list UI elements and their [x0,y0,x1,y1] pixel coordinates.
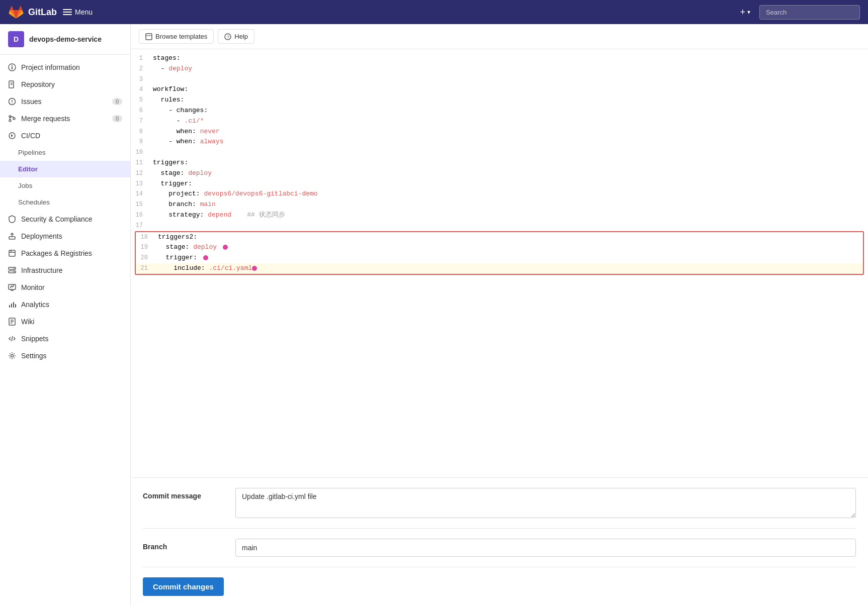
template-icon [145,33,152,40]
svg-rect-4 [12,67,13,69]
search-input[interactable] [759,5,860,20]
sidebar-item-settings[interactable]: Settings [0,347,130,364]
code-line-6: 6 - changes: [131,106,868,116]
sidebar-item-merge-requests[interactable]: Merge requests 0 [0,110,130,127]
code-line-14: 14 project: devops6/devops6-gitlabci-dem… [131,189,868,199]
sidebar-item-deployments[interactable]: Deployments [0,228,130,245]
monitor-icon [8,283,16,291]
code-line-10: 10 [131,147,868,158]
code-line-5: 5 rules: [131,95,868,106]
svg-text:?: ? [227,35,229,40]
browse-templates-button[interactable]: Browse templates [139,29,214,44]
branch-label: Branch [143,539,223,551]
sidebar-item-repository[interactable]: Repository [0,76,130,93]
branch-input[interactable] [235,539,856,557]
commit-message-label: Commit message [143,488,223,500]
issues-badge: 0 [112,98,122,105]
code-line-2: 2 - deploy [131,64,868,74]
cursor-dot-3 [252,266,257,271]
code-line-7: 7 - .ci/* [131,116,868,127]
wiki-icon [8,318,16,326]
code-line-9: 9 - when: always [131,137,868,147]
svg-point-34 [11,355,14,357]
cicd-icon [8,132,16,140]
form-divider-2 [143,567,856,567]
highlighted-code-block: 18 triggers2: 19 stage: deploy 20 trigge… [135,231,864,275]
sidebar-item-jobs[interactable]: Jobs [0,177,130,194]
merge-icon [8,115,16,123]
issues-icon [8,97,16,106]
code-editor[interactable]: 1 stages: 2 - deploy 3 4 workflow: 5 r [131,49,868,478]
branch-row: Branch [143,539,856,557]
code-line-18: 18 triggers2: [136,232,863,243]
project-avatar: D [8,31,24,47]
packages-icon [8,249,16,257]
gitlab-logo-icon [8,4,24,20]
sidebar-item-wiki[interactable]: Wiki [0,313,130,330]
sidebar-item-security[interactable]: Security & Compliance [0,211,130,228]
commit-form: Commit message Update .gitlab-ci.yml fil… [131,478,868,606]
analytics-icon [8,300,16,309]
new-item-button[interactable]: + ▾ [736,5,754,20]
code-line-1: 1 stages: [131,53,868,64]
help-button[interactable]: ? Help [218,29,254,44]
code-line-19: 19 stage: deploy [136,242,863,253]
code-line-21: 21 include: .ci/ci.yaml [136,263,863,274]
code-line-3: 3 [131,74,868,85]
svg-point-11 [12,103,13,104]
sidebar-item-schedules[interactable]: Schedules [0,194,130,211]
sidebar-item-infrastructure[interactable]: Infrastructure [0,262,130,279]
sidebar-navigation: Project information Repository Issues 0 … [0,55,130,368]
sidebar-item-editor[interactable]: Editor [0,161,130,177]
code-line-20: 20 trigger: [136,253,863,263]
help-icon: ? [224,33,231,40]
security-icon [8,215,16,223]
menu-toggle[interactable]: Menu [63,8,93,17]
code-line-15: 15 branch: main [131,199,868,210]
merge-requests-badge: 0 [112,115,122,122]
main-layout: D devops-demo-service Project informatio… [0,24,868,606]
commit-changes-button[interactable]: Commit changes [143,577,224,596]
gitlab-logo: GitLab [8,4,57,20]
commit-message-input[interactable]: Update .gitlab-ci.yml file [235,488,856,518]
deployments-icon [8,232,16,240]
sidebar-item-pipelines[interactable]: Pipelines [0,144,130,161]
svg-rect-35 [146,34,152,40]
sidebar-item-issues[interactable]: Issues 0 [0,93,130,110]
sidebar-item-packages[interactable]: Packages & Registries [0,245,130,262]
code-line-12: 12 stage: deploy [131,168,868,179]
topnav-right-actions: + ▾ [736,5,860,20]
sidebar: D devops-demo-service Project informatio… [0,24,131,606]
project-name: devops-demo-service [29,35,102,43]
sidebar-item-project-information[interactable]: Project information [0,59,130,76]
svg-point-14 [13,118,15,120]
svg-rect-17 [9,250,15,256]
code-line-16: 16 strategy: depend ## 状态同步 [131,210,868,221]
code-line-17: 17 [131,221,868,231]
code-line-8: 8 when: never [131,127,868,137]
editor-toolbar: Browse templates ? Help [131,24,868,49]
top-navigation: GitLab Menu + ▾ [0,0,868,24]
project-header: D devops-demo-service [0,24,130,55]
code-line-13: 13 trigger: [131,179,868,189]
svg-point-22 [14,268,15,269]
svg-rect-2 [63,14,72,15]
sidebar-item-analytics[interactable]: Analytics [0,296,130,313]
cursor-dot-1 [223,245,228,250]
sidebar-item-snippets[interactable]: Snippets [0,330,130,347]
settings-icon [8,352,16,360]
svg-rect-16 [9,237,15,239]
svg-rect-28 [13,302,14,308]
cursor-dot-2 [203,255,208,260]
repo-icon [8,80,16,88]
commit-message-row: Commit message Update .gitlab-ci.yml fil… [143,488,856,518]
main-content: Browse templates ? Help 1 stages: 2 - de… [131,24,868,606]
svg-rect-26 [9,305,10,308]
sidebar-item-monitor[interactable]: Monitor [0,279,130,296]
snippets-icon [8,335,16,343]
svg-point-23 [14,271,15,272]
svg-point-13 [9,120,11,122]
svg-rect-5 [12,65,13,66]
sidebar-item-cicd[interactable]: CI/CD [0,127,130,144]
svg-rect-1 [63,12,72,13]
